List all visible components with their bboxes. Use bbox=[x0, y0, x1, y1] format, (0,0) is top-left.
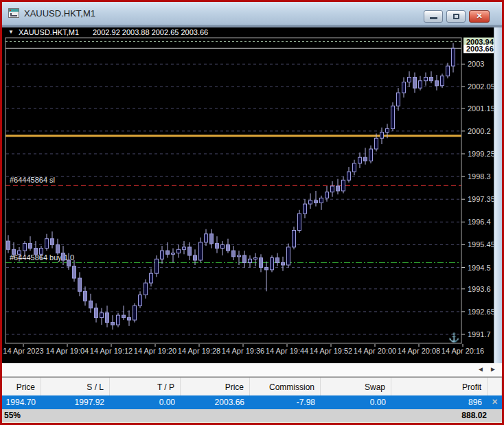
scroll-left-icon[interactable]: ◄ bbox=[477, 365, 484, 373]
candle-body bbox=[89, 301, 93, 308]
trade-table-header: Price S / L T / P Price Commission Swap … bbox=[2, 377, 502, 395]
stop-loss-label: #64445864 sl bbox=[10, 176, 55, 184]
title-bar[interactable]: XAUUSD.HKT,M1 ✕ bbox=[2, 2, 502, 25]
candle-body bbox=[221, 244, 225, 248]
column-header-empty bbox=[488, 378, 502, 395]
candle-body bbox=[133, 306, 137, 320]
minimize-button[interactable] bbox=[424, 10, 443, 23]
chart-anchor-icon[interactable]: ⚓ bbox=[448, 332, 460, 343]
time-tick-label: 14 Apr 19:28 bbox=[178, 347, 220, 355]
candle-body bbox=[282, 263, 285, 266]
cell-commission: -7.98 bbox=[250, 395, 321, 409]
column-header-tp[interactable]: T / P bbox=[110, 378, 181, 395]
candle-body bbox=[298, 214, 301, 230]
candle-body bbox=[7, 241, 10, 249]
candle-body bbox=[106, 313, 109, 323]
price-tick-label: 2000.2 bbox=[468, 127, 491, 135]
candle-body bbox=[216, 244, 219, 249]
price-tick-label: 1991.7 bbox=[468, 330, 491, 338]
chart-window-icon bbox=[8, 8, 19, 18]
time-tick-label: 14 Apr 19:20 bbox=[134, 347, 176, 355]
time-tick-label: 14 Apr 20:00 bbox=[354, 347, 396, 355]
candle-body bbox=[73, 266, 76, 278]
time-tick-label: 14 Apr 19:04 bbox=[46, 347, 89, 355]
candle-body bbox=[402, 82, 406, 93]
scroll-right-icon[interactable]: ► bbox=[490, 365, 496, 373]
candle-body bbox=[309, 200, 312, 204]
candle-body bbox=[424, 78, 428, 81]
close-position-icon[interactable]: ✕ bbox=[488, 395, 502, 409]
candle-body bbox=[331, 186, 334, 192]
bid-price-value: 2003.66 bbox=[466, 45, 494, 53]
candle-body bbox=[375, 138, 378, 149]
time-tick-label: 14 Apr 2023 bbox=[3, 347, 43, 355]
candle-body bbox=[276, 258, 279, 263]
candle-body bbox=[45, 239, 49, 249]
candle-body bbox=[243, 255, 247, 263]
candle-body bbox=[40, 249, 43, 255]
price-tick-label: 1993.6 bbox=[468, 285, 491, 293]
candle-body bbox=[188, 247, 192, 255]
candle-body bbox=[369, 149, 373, 161]
candle-body bbox=[144, 283, 148, 295]
icon-chart-mark bbox=[10, 13, 17, 16]
candle-body bbox=[155, 259, 159, 273]
column-header-swap[interactable]: Swap bbox=[321, 378, 391, 395]
candle-body bbox=[172, 253, 175, 255]
cell-open-price: 1994.70 bbox=[2, 395, 41, 409]
time-tick-label: 14 Apr 19:52 bbox=[310, 347, 352, 355]
candle-body bbox=[271, 258, 274, 270]
horizontal-scrollbar[interactable]: ◄ ► bbox=[2, 363, 502, 377]
candle-body bbox=[18, 251, 21, 254]
column-header-commission[interactable]: Commission bbox=[250, 378, 321, 395]
candle-body bbox=[353, 163, 356, 172]
time-tick-label: 14 Apr 19:12 bbox=[90, 347, 133, 355]
candle-body bbox=[205, 234, 208, 242]
candle-body bbox=[413, 78, 417, 89]
price-tick-label: 1997.35 bbox=[468, 195, 494, 203]
column-header-price-open[interactable]: Price bbox=[2, 378, 41, 395]
time-tick-label: 14 Apr 19:44 bbox=[266, 347, 308, 355]
time-tick-label: 14 Apr 20:08 bbox=[398, 347, 440, 355]
candle-body bbox=[408, 78, 411, 82]
candle-body bbox=[183, 247, 186, 249]
candle-body bbox=[210, 234, 214, 244]
progress-label: 55% bbox=[4, 411, 21, 420]
candle-body bbox=[51, 239, 54, 245]
candle-body bbox=[122, 315, 126, 318]
icon-dot bbox=[10, 10, 11, 11]
price-tick-label: 1999.25 bbox=[468, 150, 494, 158]
candle-body bbox=[34, 249, 38, 255]
cell-profit: 896 bbox=[391, 395, 488, 409]
restore-icon bbox=[453, 14, 459, 19]
candle-body bbox=[194, 255, 197, 260]
time-tick-label: 14 Apr 19:36 bbox=[222, 347, 264, 355]
candle-body bbox=[314, 200, 318, 203]
price-tick-label: 2001.15 bbox=[468, 104, 494, 113]
candle-body bbox=[265, 268, 268, 270]
column-header-sl[interactable]: S / L bbox=[41, 378, 110, 395]
candle-body bbox=[342, 180, 345, 191]
candle-body bbox=[166, 251, 170, 254]
status-bar: 55% 888.02 bbox=[2, 409, 502, 422]
price-tick-label: 1995.45 bbox=[468, 240, 494, 249]
price-tick-label: 2003 bbox=[468, 60, 484, 68]
plot-background[interactable] bbox=[5, 38, 461, 343]
candle-body bbox=[364, 157, 367, 161]
price-tick-label: 1998.3 bbox=[468, 172, 491, 181]
cell-stop-loss: 1997.92 bbox=[41, 395, 110, 409]
candle-body bbox=[320, 198, 323, 203]
restore-button[interactable] bbox=[446, 10, 466, 23]
column-header-profit[interactable]: Profit bbox=[391, 378, 488, 395]
window-right-edge bbox=[494, 27, 502, 363]
trade-table-row[interactable]: 1994.70 1997.92 0.00 2003.66 -7.98 0.00 … bbox=[2, 395, 502, 409]
close-icon: ✕ bbox=[470, 12, 489, 21]
candle-body bbox=[452, 48, 455, 66]
column-header-price-current[interactable]: Price bbox=[181, 378, 250, 395]
close-button[interactable]: ✕ bbox=[469, 10, 490, 23]
candle-body bbox=[12, 249, 16, 254]
candlestick-chart[interactable]: 20032002.052001.152000.21999.251998.3199… bbox=[2, 27, 494, 363]
candle-body bbox=[446, 66, 450, 76]
window-title: XAUUSD.HKT,M1 bbox=[24, 8, 95, 19]
candle-body bbox=[111, 323, 115, 325]
